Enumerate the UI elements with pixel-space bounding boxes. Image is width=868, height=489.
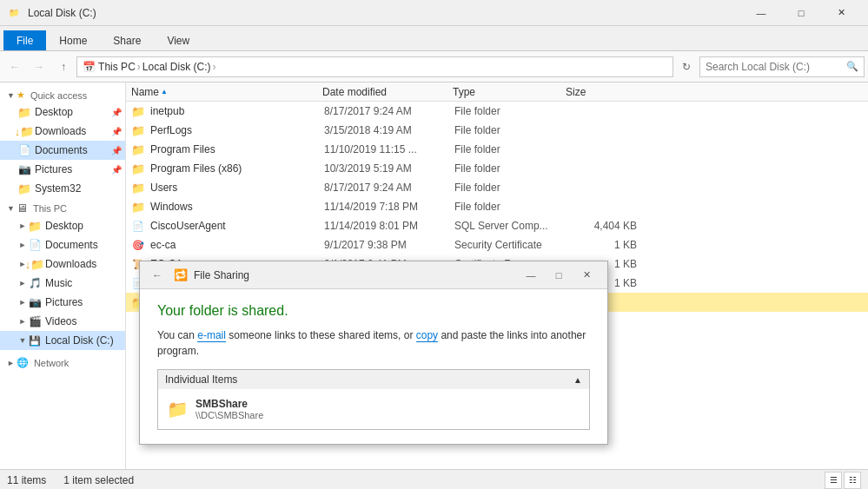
- folder-icon: 📁: [17, 105, 31, 119]
- sidebar-section-network[interactable]: ► 🌐 Network: [0, 354, 125, 370]
- dialog-minimize-button[interactable]: —: [517, 264, 545, 287]
- folder-icon: 📁: [131, 181, 145, 195]
- dialog-section-header: Individual Items ▲: [158, 370, 589, 389]
- search-input[interactable]: [706, 61, 843, 73]
- dialog-close-button[interactable]: ✕: [573, 264, 600, 287]
- sidebar-section-quick-access[interactable]: ▼ ★ Quick access: [0, 86, 125, 102]
- col-header-type[interactable]: Type: [453, 86, 566, 98]
- app-icon: 📁: [7, 6, 21, 20]
- file-sharing-dialog: ← 🔁 File Sharing — □ ✕ Your folder is sh…: [139, 261, 608, 445]
- file-list-header: Name ▲ Date modified Type Size: [126, 83, 868, 102]
- sidebar-item-system32[interactable]: 📁 System32: [0, 179, 125, 198]
- col-header-size[interactable]: Size: [566, 86, 635, 98]
- table-row[interactable]: 📁 PerfLogs 3/15/2018 4:19 AM File folder: [126, 121, 868, 140]
- table-row[interactable]: 📄 CiscoUserAgent 11/14/2019 8:01 PM SQL …: [126, 216, 868, 235]
- expand-icon: ►: [7, 359, 15, 367]
- pin-icon: 📌: [111, 108, 122, 117]
- sidebar-item-desktop[interactable]: 📁 Desktop 📌: [0, 102, 125, 122]
- expand-icon: ►: [17, 297, 28, 307]
- tab-file[interactable]: File: [3, 30, 46, 50]
- dialog-heading: Your folder is shared.: [157, 303, 590, 319]
- sidebar-item-documents[interactable]: 📄 Documents 📌: [0, 141, 125, 160]
- sidebar-item-documents-label: Documents: [35, 144, 88, 156]
- pin-icon: 📌: [111, 146, 122, 155]
- pictures-icon: 📷: [28, 295, 42, 309]
- sidebar-item-local-disk[interactable]: ▼ 💾 Local Disk (C:): [0, 331, 125, 350]
- item-count: 11 items: [7, 474, 46, 486]
- tiles-view-button[interactable]: ☷: [844, 472, 861, 489]
- dialog-section-content: 📁 SMBShare \\DC\SMBShare: [158, 389, 589, 429]
- dialog-titlebar: ← 🔁 File Sharing — □ ✕: [140, 261, 607, 289]
- maximize-button[interactable]: □: [781, 0, 821, 26]
- sidebar-item-pc-downloads[interactable]: ► ↓📁 Downloads: [0, 254, 125, 274]
- table-row[interactable]: 🎯 ec-ca 9/1/2017 9:38 PM Security Certif…: [126, 235, 868, 254]
- sidebar: ▼ ★ Quick access 📁 Desktop 📌 ↓📁 Download…: [0, 83, 126, 469]
- sidebar-item-pc-documents[interactable]: ► 📄 Documents: [0, 235, 125, 254]
- expand-icon: ▼: [7, 91, 15, 100]
- search-icon: 🔍: [846, 61, 858, 72]
- title-bar-title: Local Disk (C:): [28, 7, 741, 19]
- dialog-content: Your folder is shared. You can e-mail so…: [140, 289, 607, 444]
- videos-icon: 🎬: [28, 314, 42, 328]
- sql-file-icon: 📄: [131, 219, 145, 233]
- folder-icon: 📁: [17, 182, 31, 195]
- folder-icon: 📁: [131, 123, 145, 137]
- close-button[interactable]: ✕: [821, 0, 861, 26]
- up-button[interactable]: ↑: [52, 56, 75, 78]
- col-header-date[interactable]: Date modified: [322, 86, 453, 98]
- pin-icon: 📌: [111, 127, 122, 136]
- sidebar-item-desktop-label: Desktop: [35, 106, 73, 118]
- expand-icon: ►: [17, 221, 28, 231]
- search-box: 🔍: [699, 56, 865, 77]
- folder-icon: 📁: [131, 142, 145, 156]
- dialog-folder-icon: 📁: [167, 399, 189, 420]
- address-path[interactable]: 📅 This PC › Local Disk (C:) ›: [76, 56, 673, 77]
- music-icon: 🎵: [28, 276, 42, 290]
- table-row[interactable]: 📁 Program Files 11/10/2019 11:15 ... Fil…: [126, 140, 868, 159]
- dialog-text-middle: someone links to these shared items, or: [229, 329, 415, 341]
- details-view-button[interactable]: ☰: [825, 472, 842, 489]
- back-button[interactable]: ←: [3, 56, 26, 78]
- table-row[interactable]: 📁 Program Files (x86) 10/3/2019 5:19 AM …: [126, 159, 868, 178]
- table-row[interactable]: 📁 Windows 11/14/2019 7:18 PM File folder: [126, 197, 868, 216]
- sidebar-item-pc-videos[interactable]: ► 🎬 Videos: [0, 312, 125, 331]
- sidebar-item-pc-desktop[interactable]: ► 📁 Desktop: [0, 216, 125, 235]
- dialog-maximize-button[interactable]: □: [545, 264, 573, 287]
- documents-icon: 📄: [28, 238, 42, 252]
- folder-icon: 📁: [28, 219, 42, 233]
- dialog-title: File Sharing: [194, 269, 517, 281]
- minimize-button[interactable]: —: [741, 0, 781, 26]
- tab-share[interactable]: Share: [100, 30, 154, 50]
- label: Downloads: [45, 258, 96, 270]
- title-bar: 📁 Local Disk (C:) — □ ✕: [0, 0, 868, 26]
- table-row[interactable]: 📁 Users 8/17/2017 9:24 AM File folder: [126, 178, 868, 197]
- expand-icon: ►: [17, 240, 28, 250]
- dialog-controls: — □ ✕: [517, 264, 600, 287]
- sidebar-item-pc-pictures[interactable]: ► 📷 Pictures: [0, 293, 125, 312]
- sidebar-item-system32-label: System32: [35, 182, 81, 195]
- sort-arrow-icon: ▲: [161, 88, 168, 96]
- documents-icon: 📄: [17, 143, 31, 157]
- ribbon-tabs: File Home Share View: [0, 26, 868, 50]
- sidebar-item-pictures-label: Pictures: [35, 163, 72, 175]
- dialog-back-button[interactable]: ←: [147, 265, 168, 286]
- refresh-button[interactable]: ↻: [675, 56, 698, 78]
- sidebar-item-pc-music[interactable]: ► 🎵 Music: [0, 274, 125, 293]
- tab-view[interactable]: View: [154, 30, 202, 50]
- path-part-1: 📅 This PC: [83, 61, 136, 73]
- dialog-copy-link[interactable]: copy: [416, 329, 438, 342]
- quick-access-label: Quick access: [30, 90, 87, 101]
- forward-button[interactable]: →: [28, 56, 50, 78]
- table-row[interactable]: 📁 inetpub 8/17/2017 9:24 AM File folder: [126, 102, 868, 121]
- title-bar-controls: — □ ✕: [741, 0, 861, 26]
- sidebar-item-downloads[interactable]: ↓📁 Downloads 📌: [0, 122, 125, 141]
- dialog-section: Individual Items ▲ 📁 SMBShare \\DC\SMBSh…: [157, 369, 590, 430]
- status-bar: 11 items 1 item selected ☰ ☷: [0, 469, 868, 489]
- dialog-section-title: Individual Items: [165, 373, 237, 386]
- dialog-email-link[interactable]: e-mail: [197, 329, 226, 342]
- tab-home[interactable]: Home: [46, 30, 100, 50]
- dialog-share-icon: 🔁: [173, 268, 189, 283]
- col-header-name[interactable]: Name ▲: [131, 86, 322, 98]
- sidebar-item-pictures[interactable]: 📷 Pictures 📌: [0, 160, 125, 179]
- sidebar-section-this-pc[interactable]: ▼ 🖥 This PC: [0, 198, 125, 216]
